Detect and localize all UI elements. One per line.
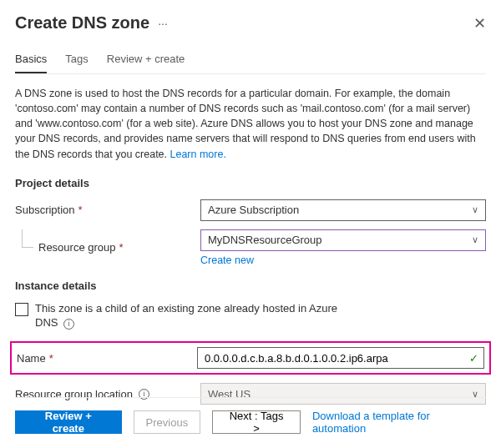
download-template-link[interactable]: Download a template for automation: [312, 410, 486, 435]
info-icon[interactable]: i: [63, 319, 74, 330]
child-zone-checkbox[interactable]: [15, 303, 28, 316]
subscription-select[interactable]: Azure Subscription ∨: [200, 199, 486, 221]
create-new-link[interactable]: Create new: [200, 254, 254, 266]
name-label: Name*: [17, 352, 197, 365]
chevron-down-icon: ∨: [472, 234, 478, 245]
instance-details-heading: Instance details: [15, 279, 486, 292]
description: A DNS zone is used to host the DNS recor…: [15, 86, 486, 162]
valid-check-icon: ✓: [469, 352, 478, 365]
resource-group-select[interactable]: MyDNSResourceGroup ∨: [200, 229, 486, 251]
zone-name-input[interactable]: [197, 347, 484, 369]
next-button[interactable]: Next : Tags >: [212, 410, 301, 434]
tab-basics[interactable]: Basics: [15, 53, 47, 73]
name-row-highlight: Name* ✓: [10, 341, 491, 375]
chevron-down-icon: ∨: [472, 204, 478, 215]
tabs: Basics Tags Review + create: [15, 53, 486, 74]
resource-group-label: Resource group*: [15, 241, 200, 254]
review-create-button[interactable]: Review + create: [15, 410, 122, 434]
project-details-heading: Project details: [15, 177, 486, 189]
more-icon[interactable]: ···: [158, 17, 168, 30]
close-icon[interactable]: ✕: [473, 14, 486, 33]
page-title: Create DNS zone: [15, 13, 149, 33]
tab-tags[interactable]: Tags: [65, 53, 88, 73]
tab-review[interactable]: Review + create: [107, 53, 185, 73]
learn-more-link[interactable]: Learn more.: [170, 148, 226, 160]
subscription-label: Subscription*: [15, 204, 200, 216]
child-zone-label: This zone is a child of an existing zone…: [35, 302, 352, 330]
footer: Review + create Previous Next : Tags > D…: [15, 397, 486, 435]
previous-button: Previous: [134, 410, 201, 434]
